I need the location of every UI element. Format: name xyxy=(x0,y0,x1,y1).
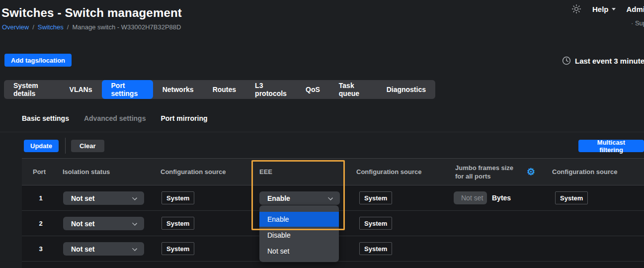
page-title: Switches - Switch management xyxy=(1,6,182,20)
col-header-configuration-source-2: Configuration source xyxy=(356,159,421,185)
account-menu[interactable]: Admi xyxy=(627,5,644,13)
clock-icon xyxy=(562,56,571,65)
dropdown-option-disable[interactable]: Disable xyxy=(259,228,339,243)
tab-diagnostics[interactable]: Diagnostics xyxy=(377,80,435,99)
tab-system-details[interactable]: System details xyxy=(4,80,60,99)
eee-dropdown-menu: Enable Disable Not set xyxy=(259,205,339,262)
col-header-isolation-status: Isolation status xyxy=(63,159,110,185)
config-source-badge: System xyxy=(359,191,392,204)
gear-icon[interactable]: ⚙ xyxy=(527,159,535,185)
breadcrumb-overview[interactable]: Overview xyxy=(2,23,29,31)
subtab-advanced-settings[interactable]: Advanced settings xyxy=(84,114,146,122)
add-tags-location-button[interactable]: Add tags/location xyxy=(4,54,72,67)
tab-l3-protocols[interactable]: L3 protocols xyxy=(245,80,296,99)
eee-select[interactable]: Enable xyxy=(259,191,340,205)
update-button[interactable]: Update xyxy=(24,140,59,152)
subtab-port-mirroring[interactable]: Port mirroring xyxy=(161,114,207,122)
breadcrumb-current: Manage switch - W33002H7B32P88D xyxy=(72,23,181,31)
port-number: 3 xyxy=(31,236,51,262)
multicast-filtering-button[interactable]: Multicast filtering xyxy=(578,140,644,152)
help-menu[interactable]: Help xyxy=(592,5,616,13)
subtab-basic-settings[interactable]: Basic settings xyxy=(22,114,69,122)
clear-button[interactable]: Clear xyxy=(71,140,104,152)
chevron-down-icon xyxy=(132,221,138,226)
port-number: 2 xyxy=(31,211,51,236)
help-label: Help xyxy=(592,5,609,13)
config-source-badge: System xyxy=(161,191,194,204)
caret-down-icon xyxy=(612,8,616,10)
dropdown-option-enable[interactable]: Enable xyxy=(259,212,339,227)
dropdown-option-not-set[interactable]: Not set xyxy=(259,244,339,259)
switch-management-page: Switches - Switch management Overview / … xyxy=(0,0,644,268)
tab-networks[interactable]: Networks xyxy=(153,80,203,99)
config-source-badge: System xyxy=(161,242,194,255)
chevron-down-icon xyxy=(132,246,138,252)
breadcrumb-switches[interactable]: Switches xyxy=(38,23,64,31)
tab-port-settings[interactable]: Port settings xyxy=(102,80,153,99)
table-header-row: Port Isolation status Configuration sour… xyxy=(22,158,644,185)
last-event-status: Last event 3 minutes xyxy=(562,56,644,65)
tab-vlans[interactable]: VLANs xyxy=(60,80,102,99)
tab-qos[interactable]: QoS xyxy=(296,80,329,99)
main-tabbar: System details VLANs Port settings Netwo… xyxy=(4,80,435,99)
theme-sun-icon[interactable] xyxy=(571,4,581,14)
col-header-port: Port xyxy=(33,159,46,185)
isolation-status-select[interactable]: Not set xyxy=(63,217,144,230)
isolation-status-select[interactable]: Not set xyxy=(63,191,144,205)
bytes-unit-label: Bytes xyxy=(492,191,511,204)
tab-routes[interactable]: Routes xyxy=(203,80,245,99)
vertical-divider xyxy=(65,138,66,154)
col-header-configuration-source-1: Configuration source xyxy=(161,159,226,185)
tab-task-queue[interactable]: Task queue xyxy=(329,80,377,99)
jumbo-frames-size-input[interactable]: Not set xyxy=(454,191,487,204)
config-source-badge: System xyxy=(161,217,194,230)
breadcrumb-separator: / xyxy=(32,23,34,31)
col-header-eee: EEE xyxy=(259,159,272,185)
topbar-actions: Help Admi xyxy=(571,4,644,14)
last-event-text: Last event 3 minutes xyxy=(575,57,644,65)
col-header-jumbo-frames-size: Jumbo frames size for all ports xyxy=(455,159,513,185)
chevron-down-icon xyxy=(328,195,333,201)
config-source-badge: System xyxy=(359,217,392,230)
config-source-badge: System xyxy=(555,191,588,204)
config-source-badge: System xyxy=(359,242,392,255)
col-header-configuration-source-3: Configuration source xyxy=(552,159,617,185)
isolation-status-select[interactable]: Not set xyxy=(63,242,144,256)
account-subtext: · Sup xyxy=(631,19,644,27)
port-number: 1 xyxy=(31,185,51,211)
breadcrumb-separator: / xyxy=(67,23,69,31)
breadcrumb: Overview / Switches / Manage switch - W3… xyxy=(2,23,181,31)
section-divider xyxy=(0,132,644,132)
chevron-down-icon xyxy=(132,195,138,201)
port-settings-subtabs: Basic settings Advanced settings Port mi… xyxy=(22,114,208,122)
